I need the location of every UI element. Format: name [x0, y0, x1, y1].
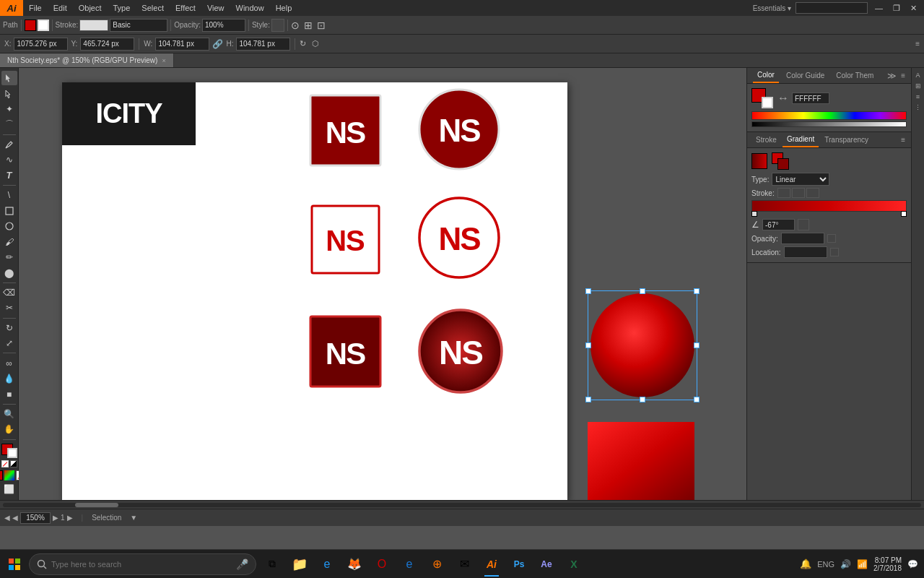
menu-edit[interactable]: Edit — [48, 0, 73, 16]
gradient-stop-left[interactable] — [751, 211, 757, 217]
rect-tool[interactable] — [1, 204, 17, 218]
gradient-stop-right[interactable] — [901, 211, 907, 217]
location-slider[interactable] — [830, 248, 839, 256]
artboard-menu[interactable]: ▼ — [130, 514, 137, 522]
eyedropper-tool[interactable]: 💧 — [1, 371, 17, 386]
h-input[interactable]: 104.781 px — [236, 38, 290, 51]
taskbar-opera[interactable]: O — [369, 551, 395, 578]
opacity-slider[interactable] — [827, 234, 836, 243]
zoom-out-btn[interactable]: ◀ — [4, 514, 10, 522]
selected-red-circle-container[interactable] — [589, 292, 696, 399]
eraser-tool[interactable]: ⌫ — [1, 285, 17, 300]
style-swatch[interactable] — [271, 19, 284, 32]
taskbar-after-effects[interactable]: Ae — [533, 551, 559, 578]
color-spectrum-bar[interactable] — [751, 111, 907, 120]
right-strip-btn-2[interactable]: ⊞ — [914, 82, 923, 90]
menu-effect[interactable]: Effect — [170, 0, 201, 16]
pen-tool[interactable] — [1, 137, 17, 152]
constrain-icon[interactable]: 🔗 — [212, 39, 223, 49]
stroke-weight[interactable] — [79, 20, 108, 31]
curvature-tool[interactable]: ∿ — [1, 152, 17, 167]
opacity-input[interactable] — [202, 19, 245, 32]
gradient-panel-menu[interactable]: ≡ — [901, 136, 905, 144]
zoom-in-btn[interactable]: ▶ — [67, 514, 73, 522]
rotate-icon[interactable]: ↻ — [300, 39, 306, 48]
transparency-tab[interactable]: Transparency — [821, 136, 871, 144]
hex-color-input[interactable]: FFFFFF — [792, 92, 829, 104]
color-guide-tab[interactable]: Color Guide — [782, 68, 829, 83]
network-icon[interactable]: 📶 — [857, 559, 868, 569]
rotate-tool[interactable]: ↻ — [1, 321, 17, 335]
gradient-swatch[interactable] — [751, 153, 767, 169]
direct-selection-tool[interactable] — [1, 86, 17, 100]
color-tab[interactable]: Color — [753, 68, 779, 83]
pencil-tool[interactable]: ✏ — [1, 250, 17, 264]
close-button[interactable]: ✕ — [907, 4, 920, 13]
taskbar-explorer[interactable]: 📁 — [287, 551, 313, 578]
blend-tool[interactable]: ∞ — [1, 355, 17, 370]
notification-center-icon[interactable]: 💬 — [907, 559, 918, 569]
color-stroke-swatch[interactable] — [762, 97, 773, 108]
more-options-icon[interactable]: ≡ — [915, 40, 920, 48]
color-theme-tab[interactable]: Color Them — [832, 68, 878, 83]
h-scroll-track[interactable] — [3, 503, 921, 507]
tab-close-button[interactable]: × — [162, 57, 165, 64]
draw-normal-btn[interactable]: ⬜ — [1, 481, 17, 497]
taskbar-illustrator[interactable]: Ai — [479, 551, 505, 578]
angle-mode-btn[interactable] — [798, 219, 809, 230]
taskbar-firefox[interactable]: 🦊 — [341, 551, 367, 578]
zoom-prev-btn[interactable]: ◀ — [12, 514, 18, 522]
menu-window[interactable]: Window — [230, 0, 270, 16]
taskbar-task-view[interactable]: ⧉ — [259, 551, 285, 578]
stroke-option-2[interactable] — [792, 188, 805, 198]
taskbar-edge[interactable]: e — [314, 551, 340, 578]
magic-wand-tool[interactable]: ✦ — [1, 102, 17, 116]
document-tab[interactable]: Nth Society.eps* @ 150% (RGB/GPU Preview… — [0, 53, 174, 67]
shear-icon[interactable]: ⬡ — [312, 39, 319, 48]
taskbar-photoshop[interactable]: Ps — [506, 551, 532, 578]
stroke-option-1[interactable] — [777, 188, 790, 198]
horizontal-scrollbar[interactable] — [0, 500, 924, 509]
taskbar-search-input[interactable] — [51, 560, 232, 569]
opacity-row-input[interactable] — [781, 233, 824, 244]
line-tool[interactable]: \ — [1, 188, 17, 202]
menu-file[interactable]: File — [23, 0, 48, 16]
w-input[interactable]: 104.781 px — [155, 38, 209, 51]
hand-tool[interactable]: ✋ — [1, 422, 17, 436]
align-icon[interactable]: ⊞ — [304, 20, 313, 31]
stroke-tab[interactable]: Stroke — [753, 136, 780, 144]
swap-icon[interactable] — [10, 460, 17, 467]
zoom-next-btn[interactable]: ▶ — [53, 514, 58, 522]
scale-tool[interactable]: ⤢ — [1, 336, 17, 350]
zoom-tool[interactable]: 🔍 — [1, 407, 17, 421]
taskbar-ie[interactable]: e — [396, 551, 422, 578]
start-button[interactable] — [0, 550, 29, 579]
menu-help[interactable]: Help — [270, 0, 298, 16]
zoom-input[interactable] — [20, 512, 51, 524]
menu-view[interactable]: View — [201, 0, 230, 16]
stroke-color-swatch[interactable] — [38, 20, 49, 31]
angle-input[interactable] — [762, 219, 795, 230]
menu-type[interactable]: Type — [108, 0, 136, 16]
taskbar-search-box[interactable]: 🎤 — [29, 553, 256, 575]
color-mode-icon[interactable] — [0, 470, 3, 480]
stroke-option-3[interactable] — [806, 188, 819, 198]
fill-color[interactable] — [25, 20, 36, 31]
gradient-tab[interactable]: Gradient — [783, 132, 819, 147]
taskbar-excel[interactable]: X — [561, 551, 587, 578]
gradient-tool[interactable]: ■ — [1, 387, 17, 401]
recolor-icon[interactable]: ⊙ — [291, 20, 300, 31]
selection-tool[interactable] — [1, 71, 17, 85]
ellipse-tool[interactable] — [1, 219, 17, 233]
gradient-bg-swatch[interactable] — [777, 158, 789, 170]
gradient-pair-swatch[interactable] — [772, 152, 789, 170]
restore-button[interactable]: ❐ — [890, 4, 903, 13]
location-input[interactable] — [784, 246, 827, 258]
language-indicator[interactable]: ENG — [817, 560, 834, 569]
menu-object[interactable]: Object — [73, 0, 108, 16]
color-panel-menu[interactable]: ≡ — [901, 72, 905, 79]
minimize-button[interactable]: — — [872, 4, 886, 12]
taskbar-clock[interactable]: 8:07 PM 2/7/2018 — [873, 556, 902, 572]
volume-icon[interactable]: 🔊 — [840, 559, 851, 569]
h-scroll-thumb[interactable] — [75, 503, 118, 507]
